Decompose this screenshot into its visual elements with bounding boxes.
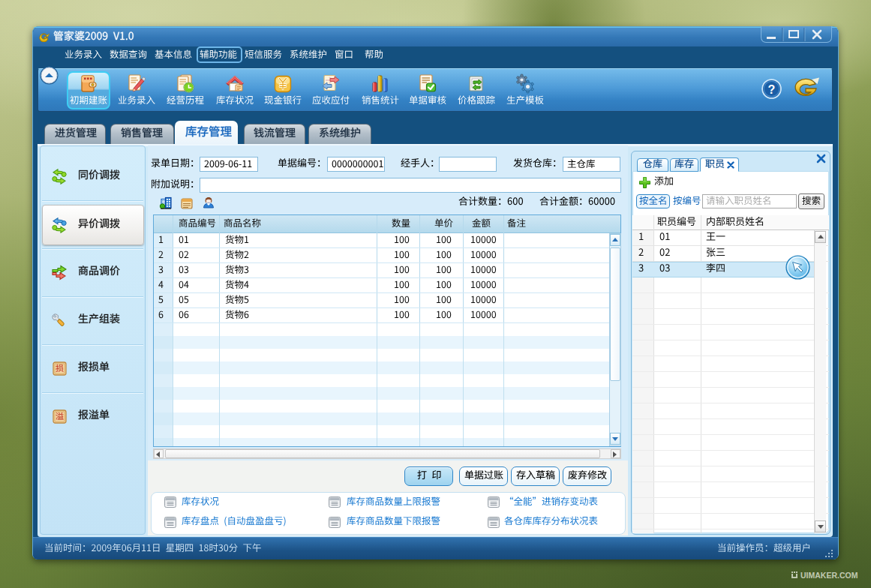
svg-text:UIMAKER.COM: UIMAKER.COM — [800, 571, 858, 580]
svg-text:?: ? — [768, 83, 776, 96]
